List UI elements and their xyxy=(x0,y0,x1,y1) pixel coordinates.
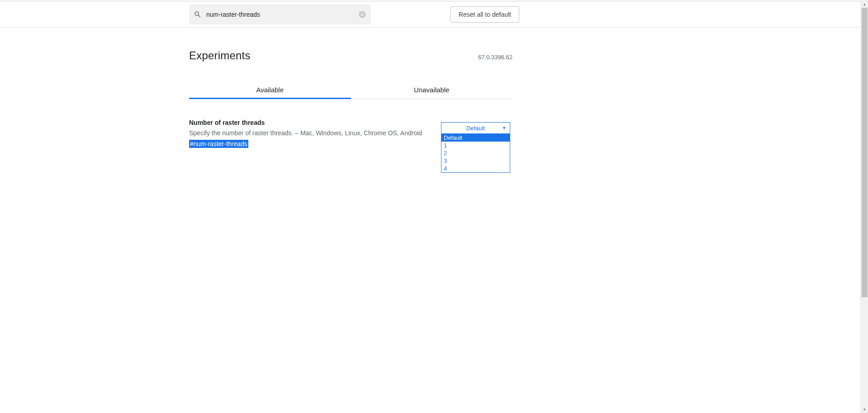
search-icon xyxy=(194,10,202,19)
flag-option[interactable]: 3 xyxy=(441,157,510,165)
tab-unavailable[interactable]: Unavailable xyxy=(351,80,513,99)
page-title: Experiments xyxy=(189,49,251,62)
search-box[interactable] xyxy=(189,5,371,24)
reset-all-button[interactable]: Reset all to default xyxy=(451,6,519,23)
clear-icon[interactable] xyxy=(358,10,366,19)
search-input[interactable] xyxy=(206,11,358,18)
chevron-down-icon: ▼ xyxy=(502,126,506,130)
flag-row: Number of raster threads Specify the num… xyxy=(189,119,512,148)
scroll-thumb[interactable] xyxy=(862,8,868,297)
flag-select-dropdown: Default1234 xyxy=(441,134,510,173)
version-label: 67.0.3396.62 xyxy=(478,54,512,61)
tab-available[interactable]: Available xyxy=(189,80,351,99)
scrollbar[interactable]: ▴ ▾ xyxy=(860,0,868,413)
main-content: Experiments 67.0.3396.62 Available Unava… xyxy=(189,49,512,148)
flag-title: Number of raster threads xyxy=(189,119,422,126)
scroll-up-icon[interactable]: ▴ xyxy=(861,0,868,8)
flag-option[interactable]: 1 xyxy=(441,142,510,149)
flag-description: Specify the number of raster threads. – … xyxy=(189,129,422,138)
tabs: Available Unavailable xyxy=(189,80,512,99)
flag-select[interactable]: Default ▼ xyxy=(441,122,510,134)
flag-option[interactable]: 2 xyxy=(441,149,510,157)
flag-select-value: Default xyxy=(466,125,485,132)
top-bar: Reset all to default xyxy=(0,1,860,28)
scroll-down-icon[interactable]: ▾ xyxy=(861,405,868,413)
flag-option[interactable]: 4 xyxy=(441,165,510,172)
flag-option[interactable]: Default xyxy=(441,134,510,142)
flag-hash-link[interactable]: #num-raster-threads xyxy=(189,140,248,148)
